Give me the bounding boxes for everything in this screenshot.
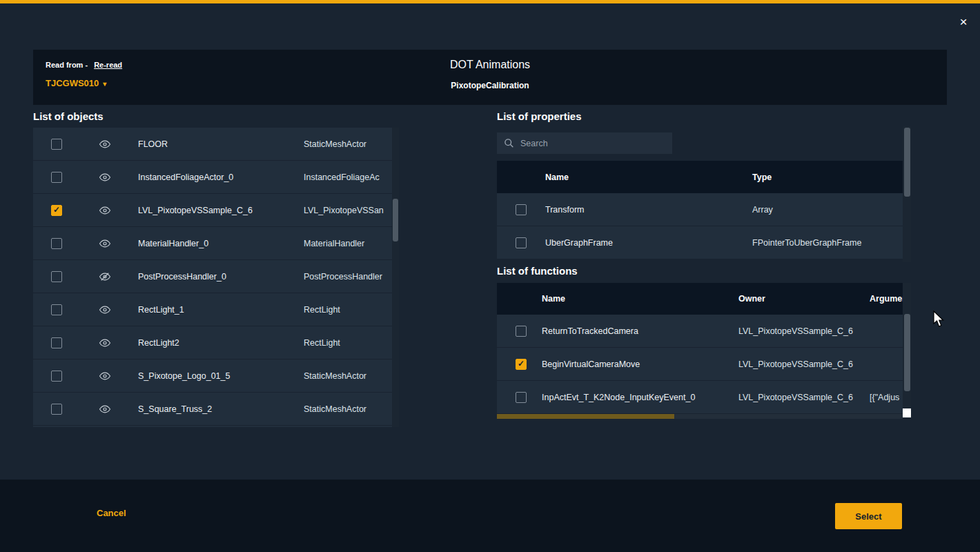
object-row[interactable]: S_Square_Truss_2 StaticMeshActor — [33, 393, 399, 426]
select-button[interactable]: Select — [835, 503, 902, 529]
property-name: UberGraphFrame — [545, 238, 752, 248]
object-type: MaterialHandler — [304, 239, 364, 248]
object-name: S_Pixotope_Logo_01_5 — [138, 371, 304, 381]
object-type: RectLight — [304, 338, 340, 348]
column-header-name: Name — [545, 172, 752, 182]
checkbox[interactable] — [51, 271, 62, 282]
function-arguments: [{"Adjus — [870, 393, 903, 402]
function-name: BeginVirtualCameraMove — [542, 359, 738, 369]
eye-visibility-icon[interactable] — [99, 204, 111, 217]
search-icon — [504, 138, 514, 148]
object-type: RectLight — [304, 305, 340, 315]
object-name: MaterialHandler_0 — [138, 239, 304, 248]
properties-scrollbar[interactable] — [903, 126, 911, 262]
properties-table: Name Type Transform Array UberGraphFrame… — [497, 161, 903, 259]
eye-visibility-icon[interactable] — [99, 337, 111, 349]
functions-horizontal-scrollbar[interactable] — [497, 414, 903, 419]
objects-heading: List of objects — [33, 110, 399, 122]
checkbox[interactable] — [51, 139, 62, 150]
object-name: RectLight_1 — [138, 305, 304, 315]
column-header-owner: Owner — [738, 294, 870, 304]
object-name: S_Square_Truss_2 — [138, 404, 304, 414]
object-type: StaticMeshActor — [304, 371, 366, 381]
function-row[interactable]: InpActEvt_T_K2Node_InputKeyEvent_0 LVL_P… — [497, 381, 903, 414]
function-row[interactable]: BeginVirtualCameraMove LVL_PixotopeVSSam… — [497, 348, 903, 381]
property-type: FPointerToUberGraphFrame — [752, 238, 861, 248]
checkbox[interactable] — [516, 326, 527, 337]
property-name: Transform — [545, 205, 752, 215]
function-name: InpActEvt_T_K2Node_InputKeyEvent_0 — [542, 393, 738, 402]
object-type: PostProcessHandler — [304, 272, 382, 282]
search-input[interactable] — [520, 139, 658, 148]
functions-panel: List of functions Name Owner Arguments R… — [497, 265, 911, 277]
eye-hidden-icon[interactable] — [99, 270, 111, 283]
cancel-button[interactable]: Cancel — [97, 508, 126, 518]
eye-visibility-icon[interactable] — [99, 304, 111, 316]
function-owner: LVL_PixotopeVSSample_C_6 — [738, 326, 870, 336]
close-icon[interactable]: × — [957, 15, 970, 29]
dialog-header: Read from -Re-read TJCGWS010▾ DOT Animat… — [33, 50, 947, 105]
functions-scrollbar[interactable] — [903, 283, 911, 408]
dialog-title-block: DOT Animations PixotopeCalibration — [33, 59, 947, 90]
functions-table: Name Owner Arguments ReturnToTrackedCame… — [497, 283, 903, 414]
object-name: FLOOR — [138, 139, 304, 149]
object-name: InstancedFoliageActor_0 — [138, 172, 304, 182]
checkbox[interactable] — [51, 205, 62, 216]
eye-visibility-icon[interactable] — [99, 370, 111, 382]
checkbox[interactable] — [51, 172, 62, 183]
object-type: StaticMeshActor — [304, 139, 366, 149]
object-type: LVL_PixotopeVSSan — [304, 206, 384, 215]
checkbox[interactable] — [516, 392, 527, 403]
object-type: InstancedFoliageAc — [304, 172, 380, 182]
checkbox[interactable] — [51, 304, 62, 315]
object-row[interactable]: RectLight2 RectLight — [33, 326, 399, 359]
object-name: LVL_PixotopeVSSample_C_6 — [138, 206, 304, 215]
scrollbar-thumb[interactable] — [904, 128, 910, 197]
function-owner: LVL_PixotopeVSSample_C_6 — [738, 393, 870, 402]
object-row[interactable]: RectLight_1 RectLight — [33, 293, 399, 326]
property-row[interactable]: UberGraphFrame FPointerToUberGraphFrame — [497, 226, 903, 259]
object-name: PostProcessHandler_0 — [138, 272, 304, 282]
properties-search[interactable] — [497, 132, 672, 154]
objects-list: FLOOR StaticMeshActor InstancedFoliageAc… — [33, 128, 399, 427]
column-header-name: Name — [542, 294, 738, 304]
eye-visibility-icon[interactable] — [99, 138, 111, 150]
eye-visibility-icon[interactable] — [99, 403, 111, 415]
object-row[interactable]: MaterialHandler_0 MaterialHandler — [33, 227, 399, 260]
checkbox[interactable] — [51, 371, 62, 382]
objects-panel: List of objects FLOOR StaticMeshActor In… — [33, 110, 399, 427]
scrollbar-thumb[interactable] — [904, 314, 910, 391]
object-row[interactable]: LVL_PixotopeVSSample_C_6 LVL_PixotopeVSS… — [33, 194, 399, 227]
properties-heading: List of properties — [497, 110, 911, 122]
scrollbar-thumb[interactable] — [497, 414, 674, 419]
function-row[interactable]: ReturnToTrackedCamera LVL_PixotopeVSSamp… — [497, 315, 903, 348]
object-type: StaticMeshActor — [304, 404, 366, 414]
function-owner: LVL_PixotopeVSSample_C_6 — [738, 359, 870, 369]
property-row[interactable]: Transform Array — [497, 193, 903, 226]
object-row[interactable]: PostProcessHandler_0 PostProcessHandler — [33, 260, 399, 293]
object-row[interactable]: FLOOR StaticMeshActor — [33, 128, 399, 161]
object-row[interactable]: S_Pixotope_Logo_01_5 StaticMeshActor — [33, 359, 399, 393]
checkbox[interactable] — [516, 237, 527, 248]
checkbox[interactable] — [51, 404, 62, 415]
mouse-cursor-icon — [933, 310, 945, 328]
functions-table-header: Name Owner Arguments — [497, 283, 903, 315]
eye-visibility-icon[interactable] — [99, 171, 111, 184]
objects-scrollbar[interactable] — [392, 128, 399, 427]
page-title: DOT Animations — [33, 59, 947, 71]
properties-table-header: Name Type — [497, 161, 903, 193]
checkbox[interactable] — [51, 238, 62, 249]
column-header-arguments: Arguments — [870, 294, 903, 304]
checkbox[interactable] — [516, 359, 527, 370]
properties-panel: List of properties Name Type Transform A… — [497, 110, 911, 265]
object-row[interactable]: InstancedFoliageActor_0 InstancedFoliage… — [33, 161, 399, 194]
object-name: RectLight2 — [138, 338, 304, 348]
scrollbar-corner — [903, 408, 911, 417]
scrollbar-thumb[interactable] — [393, 199, 398, 241]
top-accent-bar — [0, 0, 980, 3]
property-type: Array — [752, 205, 773, 215]
checkbox[interactable] — [51, 337, 62, 348]
eye-visibility-icon[interactable] — [99, 237, 111, 250]
function-name: ReturnToTrackedCamera — [542, 326, 738, 336]
checkbox[interactable] — [516, 204, 527, 215]
